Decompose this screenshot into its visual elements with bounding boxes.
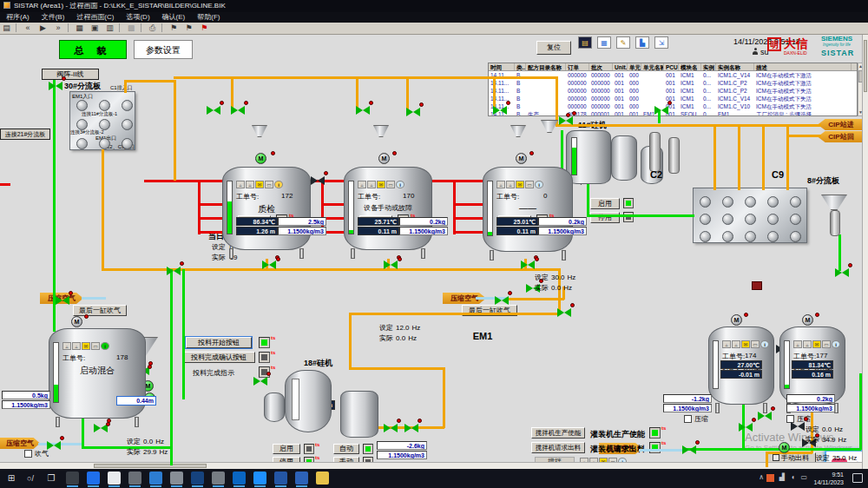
menu-help[interactable]: 帮助(F) bbox=[191, 12, 226, 23]
pump-icon[interactable]: M bbox=[378, 153, 390, 164]
dim-icon[interactable]: ▩ bbox=[125, 23, 138, 34]
pump-icon[interactable]: M bbox=[731, 314, 742, 326]
table-header[interactable]: 单元名称 bbox=[641, 63, 664, 70]
pump-icon[interactable]: M bbox=[779, 442, 790, 453]
s18-auto-button[interactable]: 自动 bbox=[333, 444, 359, 454]
taskbar-app-icon[interactable] bbox=[233, 472, 246, 485]
pump-icon[interactable]: M bbox=[71, 316, 82, 327]
task-view-icon[interactable]: ❐ bbox=[45, 472, 57, 485]
valve-icon[interactable] bbox=[493, 106, 507, 115]
new-icon[interactable]: ▤ bbox=[0, 23, 13, 34]
valve-icon[interactable] bbox=[654, 106, 668, 115]
valve-icon[interactable] bbox=[167, 267, 181, 275]
c1-disable-button[interactable]: 停用 bbox=[590, 212, 620, 223]
first-icon[interactable]: « bbox=[22, 23, 35, 34]
valve-icon[interactable] bbox=[231, 106, 245, 115]
tray-keyboard-icon[interactable]: ▭ bbox=[800, 473, 807, 481]
valve-icon[interactable] bbox=[384, 260, 398, 269]
table-row[interactable]: 14.11...B000000000000001000001ICM10...IC… bbox=[489, 87, 857, 95]
mixer-prod-button[interactable]: 搅拌机生产使能 bbox=[531, 427, 585, 439]
taskbar-clock[interactable]: 9:5114/11/2023 bbox=[813, 471, 844, 486]
flag1-icon[interactable]: ⚑ bbox=[168, 23, 181, 34]
table-row[interactable]: 14.11...B生产000178000001001001EM1001SEQU0… bbox=[489, 110, 857, 116]
last-blow-button-left[interactable]: 最后一缸吹气 bbox=[73, 305, 127, 316]
taskbar-app-icon[interactable] bbox=[191, 472, 204, 485]
taskbar-app-icon[interactable] bbox=[66, 472, 79, 485]
valve-icon[interactable] bbox=[404, 424, 418, 432]
params-button[interactable]: 参数设置 bbox=[134, 40, 193, 59]
c1-enable-button[interactable]: 启用 bbox=[590, 198, 620, 209]
play-icon[interactable]: ▶ bbox=[36, 23, 49, 34]
table-row[interactable]: 14.11...B000000000000001000001ICM10...IC… bbox=[489, 79, 857, 87]
mixer-req-button[interactable]: 搅拌机请求出料 bbox=[531, 442, 585, 453]
valve-icon[interactable] bbox=[49, 82, 62, 90]
valve-icon[interactable] bbox=[253, 377, 267, 386]
valve-icon[interactable] bbox=[384, 424, 398, 432]
valve-icon[interactable] bbox=[356, 106, 370, 115]
window-icon[interactable]: ▦ bbox=[597, 36, 611, 49]
table-header[interactable]: 实例名称 bbox=[716, 63, 754, 70]
menu-process[interactable]: 过程画面(C) bbox=[70, 12, 120, 23]
menu-program[interactable]: 程序(A) bbox=[0, 12, 36, 23]
table-header[interactable]: Unit... bbox=[613, 63, 628, 70]
taskbar-app-icon[interactable] bbox=[128, 472, 141, 485]
taskbar-app-icon[interactable] bbox=[87, 472, 100, 485]
table-header[interactable]: 描述 bbox=[754, 63, 852, 70]
valve-icon[interactable] bbox=[521, 260, 535, 269]
tray-caret-icon[interactable]: ∧ bbox=[759, 473, 764, 481]
tray-network-icon[interactable]: ▟ bbox=[779, 473, 785, 481]
pump-icon[interactable]: M bbox=[255, 153, 266, 164]
taskbar-app-icon[interactable] bbox=[170, 472, 183, 485]
vertical-scrollbar[interactable] bbox=[862, 35, 868, 469]
start-button[interactable]: ⊞ bbox=[5, 472, 17, 485]
table-header[interactable]: 订单 bbox=[566, 63, 589, 70]
copy-icon[interactable]: ▣ bbox=[89, 23, 102, 34]
tray-app-icon[interactable] bbox=[766, 474, 774, 482]
valve-icon[interactable] bbox=[559, 116, 573, 125]
taskbar-app-icon[interactable] bbox=[316, 472, 329, 485]
valve-icon[interactable] bbox=[791, 422, 805, 431]
notification-icon[interactable] bbox=[852, 473, 863, 483]
menu-confirm[interactable]: 确认(E) bbox=[156, 12, 192, 23]
table-row[interactable]: 14.11...B000000000000001000001ICM10...IC… bbox=[489, 102, 857, 110]
search-icon[interactable]: ○/ bbox=[24, 472, 36, 485]
edit-doc-icon[interactable]: ✎ bbox=[616, 36, 630, 49]
table-row[interactable]: 14.11...B000000000000001000001ICM10...IC… bbox=[489, 95, 857, 102]
chart-icon[interactable]: ▙ bbox=[635, 36, 649, 49]
overview-button[interactable]: 总 貌 bbox=[59, 40, 127, 59]
horizontal-scrollbar[interactable] bbox=[0, 462, 862, 469]
table-header[interactable]: 模块名 bbox=[679, 63, 701, 70]
press-checkbox-sh15[interactable]: 压缩 bbox=[684, 414, 708, 424]
table-header[interactable]: 类.. bbox=[515, 63, 526, 70]
valve-icon[interactable] bbox=[207, 106, 220, 115]
valve-icon[interactable] bbox=[495, 296, 509, 305]
s18-enable-button[interactable]: 启用 bbox=[273, 444, 300, 454]
blow-checkbox[interactable]: 吹气 bbox=[24, 449, 49, 458]
report-icon[interactable]: ▤ bbox=[578, 36, 592, 49]
taskbar-app-icon[interactable] bbox=[108, 472, 121, 485]
valve-icon[interactable] bbox=[262, 260, 276, 269]
taskbar-app-icon[interactable] bbox=[149, 472, 162, 485]
red-motor-icon[interactable] bbox=[752, 281, 762, 290]
taskbar-app-icon[interactable] bbox=[295, 472, 308, 485]
valve-icon[interactable] bbox=[835, 268, 849, 277]
menu-file[interactable]: 文件(B) bbox=[36, 12, 71, 23]
taskbar-app-icon[interactable] bbox=[212, 472, 225, 485]
tray-volume-icon[interactable]: ◖ bbox=[791, 473, 795, 481]
table-header[interactable]: 单元 bbox=[628, 63, 641, 70]
valve-icon[interactable] bbox=[682, 445, 696, 454]
table-header[interactable]: 批次 bbox=[589, 63, 613, 70]
table-header[interactable]: 配方目录名称 bbox=[526, 63, 566, 70]
feed-done-ack-button[interactable]: 投料完成确认按钮 bbox=[182, 352, 255, 363]
open-icon[interactable]: ▦ bbox=[73, 23, 86, 34]
print-icon[interactable]: ⎙ bbox=[146, 23, 159, 34]
valve-icon[interactable] bbox=[56, 296, 69, 305]
reset-button[interactable]: 复位 bbox=[536, 41, 571, 55]
valve-icon[interactable] bbox=[739, 423, 753, 432]
export-icon[interactable]: ⇲ bbox=[654, 36, 668, 49]
pump-icon[interactable]: M bbox=[802, 314, 813, 326]
table-header[interactable]: 时间 bbox=[489, 63, 515, 70]
menu-options[interactable]: 选项(D) bbox=[120, 12, 155, 23]
table-header[interactable]: PCU bbox=[664, 63, 679, 70]
taskbar-app-icon[interactable] bbox=[274, 472, 287, 485]
